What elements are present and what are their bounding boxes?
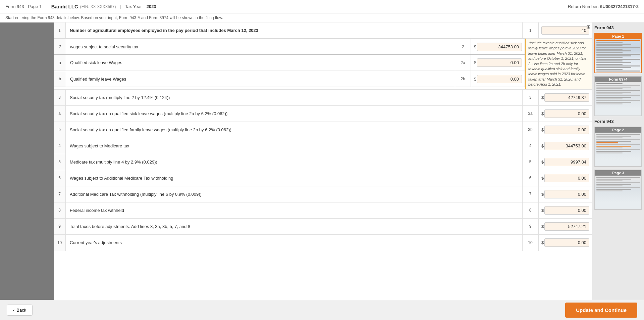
row-num-1: 1 bbox=[54, 22, 66, 38]
form-row-8: 8 Federal income tax withheld 8 $ bbox=[54, 202, 592, 219]
row-label-4: Wages subject to Medicare tax bbox=[66, 138, 522, 154]
input-row-10[interactable] bbox=[544, 238, 589, 247]
tax-label: Tax Year - bbox=[125, 4, 145, 9]
input-row-2a[interactable] bbox=[477, 58, 522, 67]
input-row-1[interactable] bbox=[541, 26, 589, 35]
input-row-3[interactable] bbox=[544, 93, 589, 102]
row-label-6: Wages subject to Additional Medicare Tax… bbox=[66, 170, 522, 186]
row-input-9: $ bbox=[538, 219, 592, 234]
row-num-3a: a bbox=[54, 106, 66, 122]
input-row-4[interactable] bbox=[544, 142, 589, 150]
form-row-6: 6 Wages subject to Additional Medicare T… bbox=[54, 170, 592, 186]
row-line-1: 1 bbox=[522, 22, 538, 38]
row-input-7: $ bbox=[538, 186, 592, 202]
input-row-3b[interactable] bbox=[544, 126, 589, 134]
row-num-6: 6 bbox=[54, 170, 66, 186]
row-input-10: $ bbox=[538, 235, 592, 251]
ein-label: (EIN: XX-XXXX567) bbox=[80, 4, 116, 9]
form-row-4: 4 Wages subject to Medicare tax 4 $ bbox=[54, 138, 592, 154]
back-arrow-icon: ‹ bbox=[13, 308, 14, 313]
form-row-2b: b Qualified family leave Wages 2b $ bbox=[54, 71, 525, 87]
form-row-1: 1 Number of agricultural employees emplo… bbox=[54, 22, 592, 39]
section-2-wrapper: 2 wages subject to social security tax 2… bbox=[54, 39, 592, 90]
form-row-5: 5 Medicare tax (multiply line 4 by 2.9% … bbox=[54, 154, 592, 170]
header-left: Form 943 - Page 1 - Bandit LLC (EIN: XX-… bbox=[5, 4, 156, 9]
input-row-8[interactable] bbox=[544, 206, 589, 215]
row-line-2a: 2a bbox=[455, 55, 471, 71]
row-input-3: $ bbox=[538, 90, 592, 105]
form-row-3b: b Social security tax on qualified famil… bbox=[54, 122, 592, 138]
row-input-3a: $ bbox=[538, 106, 592, 122]
input-row-2b[interactable] bbox=[477, 75, 522, 83]
row-label-10: Current year's adjustments bbox=[66, 235, 522, 251]
input-row-7[interactable] bbox=[544, 190, 589, 198]
main-layout: ⊞ 1 Number of agricultural employees emp… bbox=[0, 22, 644, 300]
thumbnail-page3-img bbox=[595, 176, 641, 209]
form-row-3: 3 Social security tax (multiply line 2 b… bbox=[54, 90, 592, 106]
row-num-8: 8 bbox=[54, 202, 66, 218]
return-number-area: Return Number: 6U003272421317-2 bbox=[568, 4, 639, 9]
row-input-4: $ bbox=[538, 138, 592, 154]
form-row-2a: a Qualified sick leave Wages 2a $ bbox=[54, 55, 525, 71]
input-row-2[interactable] bbox=[477, 43, 522, 51]
thumbnail-page2-label: Page 2 bbox=[595, 127, 641, 133]
row-label-8: Federal income tax withheld bbox=[66, 202, 522, 218]
page-header: Form 943 - Page 1 - Bandit LLC (EIN: XX-… bbox=[0, 0, 644, 13]
thumbnail-page2-img bbox=[595, 133, 641, 166]
row-num-4: 4 bbox=[54, 138, 66, 154]
form-row-9: 9 Total taxes before adjustments. Add li… bbox=[54, 219, 592, 235]
row-label-9: Total taxes before adjustments. Add line… bbox=[66, 219, 522, 234]
input-row-3a[interactable] bbox=[544, 109, 589, 118]
right-panel-title-1: Form 943 bbox=[594, 25, 642, 30]
form-label: Form 943 - Page 1 bbox=[5, 4, 42, 9]
row-label-3: Social security tax (multiply line 2 by … bbox=[66, 90, 522, 105]
row-label-7: Additional Medicare Tax withholding (mul… bbox=[66, 186, 522, 202]
row-label-3a: Social security tax on qualified sick le… bbox=[66, 106, 522, 122]
thumbnail-page2[interactable]: Page 2 bbox=[594, 127, 642, 167]
row-2-note: *Include taxable qualified sick and fami… bbox=[525, 39, 592, 89]
form-row-2: 2 wages subject to social security tax 2… bbox=[54, 39, 525, 55]
company-name: Bandit LLC bbox=[51, 4, 78, 9]
form-area: ⊞ 1 Number of agricultural employees emp… bbox=[54, 22, 592, 300]
row-line-3b: 3b bbox=[522, 122, 538, 138]
row-input-8: $ bbox=[538, 202, 592, 218]
thumbnail-page3[interactable]: Page 3 bbox=[594, 170, 642, 210]
left-sidebar bbox=[0, 22, 54, 300]
thumbnail-page3-label: Page 3 bbox=[595, 170, 641, 176]
expand-icon[interactable]: ⊞ bbox=[586, 24, 591, 30]
row-line-10: 10 bbox=[522, 235, 538, 251]
row-line-2b: 2b bbox=[455, 71, 471, 87]
row-input-1 bbox=[538, 22, 592, 38]
input-row-5[interactable] bbox=[544, 158, 589, 166]
row-num-7: 7 bbox=[54, 186, 66, 202]
row-line-8: 8 bbox=[522, 202, 538, 218]
row-line-7: 7 bbox=[522, 186, 538, 202]
row-input-6: $ bbox=[538, 170, 592, 186]
row-label-5: Medicare tax (multiply line 4 by 2.9% (0… bbox=[66, 154, 522, 170]
subheader: Start entering the Form 943 details belo… bbox=[0, 13, 644, 22]
form-row-3a: a Social security tax on qualified sick … bbox=[54, 106, 592, 122]
back-label: Back bbox=[16, 308, 26, 313]
row-label-2: wages subject to social security tax bbox=[66, 39, 455, 54]
thumbnail-form8974[interactable]: Form 8974 bbox=[594, 76, 642, 116]
input-row-6[interactable] bbox=[544, 174, 589, 182]
row-num-3: 3 bbox=[54, 90, 66, 105]
row-input-2a: $ bbox=[471, 55, 525, 71]
section-2-left: 2 wages subject to social security tax 2… bbox=[54, 39, 525, 89]
back-button[interactable]: ‹ Back bbox=[7, 305, 33, 316]
row-input-2: $ bbox=[471, 39, 525, 54]
input-row-9[interactable] bbox=[544, 222, 589, 231]
row-label-2a: Qualified sick leave Wages bbox=[66, 55, 455, 71]
return-label: Return Number: bbox=[568, 4, 599, 9]
thumbnail-form8974-img bbox=[595, 82, 641, 116]
row-num-10: 10 bbox=[54, 235, 66, 251]
row-line-4: 4 bbox=[522, 138, 538, 154]
thumbnail-page1-label: Page 1 bbox=[595, 34, 641, 39]
thumbnail-page1-img bbox=[595, 39, 641, 73]
row-num-9: 9 bbox=[54, 219, 66, 234]
row-line-3a: 3a bbox=[522, 106, 538, 122]
continue-button[interactable]: Update and Continue bbox=[565, 303, 637, 318]
thumbnail-page1[interactable]: Page 1 bbox=[594, 33, 642, 73]
row-num-5: 5 bbox=[54, 154, 66, 170]
row-num-2: 2 bbox=[54, 39, 66, 54]
